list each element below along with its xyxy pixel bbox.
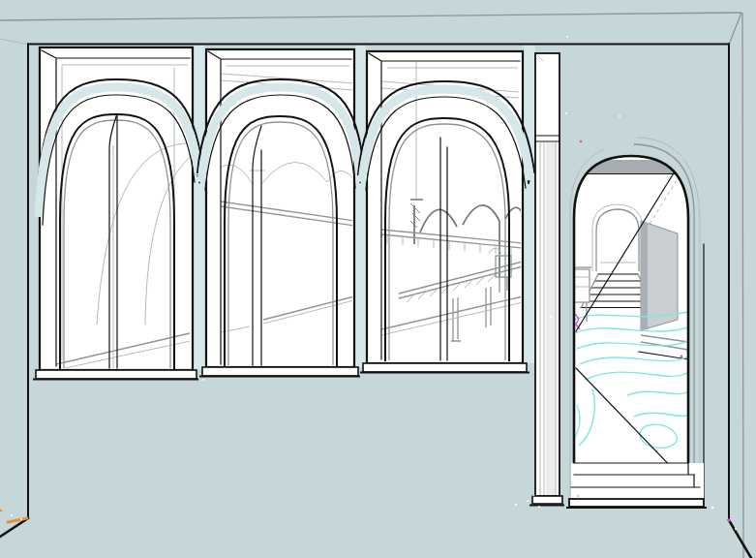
sidelight (530, 53, 563, 506)
arched-door (567, 138, 706, 508)
wireframe-scene (0, 0, 756, 558)
arched-window-3 (358, 51, 534, 373)
arched-window-2 (197, 49, 364, 377)
model-viewport[interactable] (0, 0, 756, 558)
